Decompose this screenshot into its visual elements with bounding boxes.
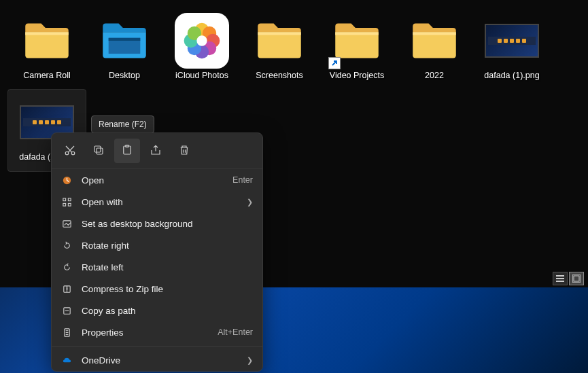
svg-rect-15 — [68, 203, 71, 206]
item-label: iCloud Photos — [175, 71, 228, 81]
desktop-item[interactable]: Desktop — [86, 8, 163, 90]
wallpaper-icon — [61, 218, 72, 229]
item-label: Video Projects — [330, 71, 384, 81]
view-controls — [553, 272, 584, 285]
copy-button[interactable] — [86, 139, 111, 163]
menu-item-rotate-left[interactable]: Rotate left — [52, 256, 262, 278]
folder-icon — [330, 14, 384, 68]
share-icon — [150, 144, 162, 158]
context-menu-list: OpenEnterOpen with❯Set as desktop backgr… — [52, 169, 262, 371]
menu-item-label: Set as desktop background — [82, 219, 253, 229]
shortcut-overlay-icon — [328, 57, 341, 69]
svg-rect-2 — [556, 281, 564, 282]
menu-item-label: Open with — [82, 197, 237, 207]
context-menu-iconbar — [52, 133, 262, 169]
open-icon — [61, 175, 72, 185]
menu-item-compress-to-zip-file[interactable]: Compress to Zip file — [52, 278, 262, 300]
desktop-item[interactable]: dafada (1).png — [473, 8, 551, 90]
folder-icon — [20, 14, 74, 68]
paste-button[interactable] — [114, 139, 140, 163]
cut-button[interactable] — [57, 139, 83, 163]
delete-button[interactable] — [171, 139, 197, 163]
desktop-item[interactable]: 2022 — [396, 8, 473, 90]
svg-rect-14 — [63, 203, 65, 206]
desktop-item[interactable]: Screenshots — [241, 8, 318, 90]
svg-rect-8 — [94, 146, 101, 152]
menu-item-accelerator: Enter — [232, 175, 253, 185]
menu-item-label: Copy as path — [82, 306, 253, 316]
menu-item-label: Rotate left — [82, 262, 253, 272]
menu-item-accelerator: Alt+Enter — [218, 327, 253, 337]
menu-item-label: OneDrive — [82, 355, 237, 366]
rotate-l-icon — [61, 262, 72, 272]
menu-item-label: Rotate right — [82, 241, 253, 251]
onedrive-icon — [61, 355, 72, 366]
svg-rect-0 — [556, 275, 564, 277]
menu-item-properties[interactable]: PropertiesAlt+Enter — [52, 321, 262, 343]
chevron-right-icon: ❯ — [247, 198, 253, 207]
paste-icon — [121, 144, 133, 158]
item-label: Desktop — [109, 71, 140, 81]
item-label: dafada (1).png — [484, 71, 539, 81]
item-label: 2022 — [425, 71, 444, 81]
svg-rect-4 — [574, 276, 579, 281]
svg-rect-7 — [97, 148, 103, 154]
svg-rect-1 — [556, 278, 564, 279]
rename-tooltip: Rename (F2) — [91, 116, 154, 133]
menu-item-copy-as-path[interactable]: Copy as path — [52, 300, 262, 321]
menu-item-set-as-desktop-background[interactable]: Set as desktop background — [52, 213, 262, 234]
svg-rect-13 — [68, 198, 71, 200]
menu-item-rotate-right[interactable]: Rotate right — [52, 234, 262, 256]
folder-icon — [252, 14, 307, 68]
desktop-item[interactable]: iCloud Photos — [163, 8, 241, 90]
share-button[interactable] — [143, 139, 169, 163]
zip-icon — [61, 283, 72, 294]
svg-point-5 — [65, 152, 69, 155]
openwith-icon — [61, 196, 72, 207]
menu-item-label: Properties — [82, 327, 208, 338]
view-details-button[interactable] — [553, 272, 568, 285]
copypath-icon — [61, 305, 72, 316]
menu-item-open[interactable]: OpenEnter — [52, 169, 262, 191]
svg-point-6 — [71, 152, 75, 155]
image-thumbnail — [485, 14, 539, 68]
rotate-r-icon — [61, 240, 72, 251]
menu-item-open-with[interactable]: Open with❯ — [52, 191, 262, 213]
svg-rect-12 — [63, 198, 65, 200]
props-icon — [61, 327, 72, 338]
delete-icon — [178, 144, 190, 158]
desktop-item[interactable]: Video Projects — [318, 8, 396, 90]
menu-item-label: Compress to Zip file — [82, 284, 253, 294]
menu-separator — [52, 346, 262, 347]
context-menu: OpenEnterOpen with❯Set as desktop backgr… — [51, 132, 263, 372]
folder-icon — [407, 14, 462, 68]
folder-icon — [97, 14, 152, 68]
icloud-photos-icon — [175, 14, 229, 68]
chevron-right-icon: ❯ — [247, 356, 253, 365]
menu-item-label: Open — [82, 175, 223, 185]
view-thumbnails-button[interactable] — [569, 272, 584, 285]
item-label: Screenshots — [256, 71, 302, 81]
desktop-item[interactable]: Camera Roll — [8, 8, 86, 90]
cut-icon — [64, 144, 76, 158]
copy-icon — [92, 144, 105, 158]
item-label: Camera Roll — [23, 71, 70, 81]
menu-item-onedrive[interactable]: OneDrive❯ — [52, 349, 262, 371]
